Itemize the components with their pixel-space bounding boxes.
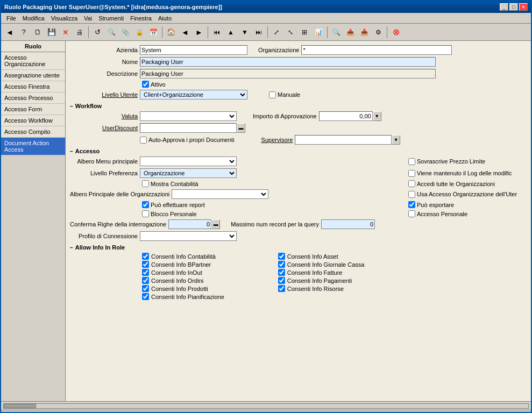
prev-rec-button[interactable]: ▲ [224,26,237,39]
info-pianificazione-label: Consenti Info Pianificazione [151,294,224,300]
minimize-button[interactable]: _ [500,3,508,11]
prev-button[interactable]: ◄ [179,26,191,39]
viene-mantenuto-checkbox[interactable] [408,170,415,177]
save-button[interactable]: 💾 [45,26,58,39]
conferma-righe-input[interactable] [168,219,211,229]
puo-esportare-checkbox[interactable] [408,201,415,208]
menu-finestra[interactable]: Finestra [127,15,155,22]
puo-report-checkbox[interactable] [142,201,149,208]
user-discount-btn[interactable]: ▬ [237,123,245,133]
menu-file[interactable]: File [3,15,19,22]
attach-button[interactable]: 📎 [119,26,132,39]
supervisore-btn[interactable]: ▼ [392,135,400,145]
conferma-righe-btn[interactable]: ▬ [211,219,220,229]
blocco-personale-checkbox[interactable] [142,210,149,217]
attivo-checkbox[interactable] [142,81,149,88]
importo-btn[interactable]: ▼ [373,111,381,121]
sidebar-item-accesso-compito[interactable]: Accesso Compito [1,126,65,138]
chart-button[interactable]: 📊 [312,26,325,39]
lock-button[interactable]: 🔒 [133,26,146,39]
info-prodotti-checkbox[interactable] [142,285,149,292]
accesso-personale-checkbox[interactable] [408,210,415,217]
refresh-button[interactable]: ↺ [91,26,104,39]
albero-menu-select[interactable] [140,156,237,166]
info-risorse-checkbox[interactable] [278,285,285,292]
workflow-toggle[interactable]: − [70,103,73,109]
next-button[interactable]: ► [193,26,205,39]
massimo-num-input[interactable] [321,219,375,229]
nome-label: Nome [70,59,140,65]
close-button[interactable]: ✕ [519,3,528,11]
calendar-button[interactable]: 📅 [147,26,160,39]
livello-preferenza-row: Livello Preferenza Organizzazione Viene … [70,168,527,178]
export-button[interactable]: 📤 [344,26,357,39]
importo-input[interactable] [319,111,373,121]
livello-preferenza-select[interactable]: Organizzazione [140,168,237,178]
import-button[interactable]: 📥 [358,26,371,39]
info-inout-row: Consenti Info InOut [142,269,224,276]
info-asset-checkbox[interactable] [278,253,285,260]
info-inout-checkbox[interactable] [142,269,149,276]
supervisore-input[interactable] [295,135,392,145]
usa-accesso-checkbox[interactable] [408,191,415,198]
info-contabilita-checkbox[interactable] [142,253,149,260]
info-bpartner-checkbox[interactable] [142,261,149,268]
menu-strumenti[interactable]: Strumenti [95,15,127,22]
help-button[interactable]: ? [17,26,30,39]
info-ordini-row: Consenti Info Ordini [142,277,224,284]
last-button[interactable]: ⏭ [252,26,265,39]
sidebar-item-accesso-organizzazione[interactable]: Accesso Organizzazione [1,52,65,70]
profilo-connessione-select[interactable] [140,231,237,241]
menu-aiuto[interactable]: Aiuto [155,15,175,22]
home-button[interactable]: 🏠 [165,26,178,39]
sovrascrive-checkbox[interactable] [408,158,415,165]
azienda-input[interactable]: System [140,45,247,55]
sidebar-item-document-action-access[interactable]: Document Action Access [1,138,65,155]
stop-button[interactable]: ⊗ [389,26,402,39]
find-button[interactable]: 🔍 [105,26,118,39]
first-button[interactable]: ⏮ [210,26,223,39]
next-rec-button[interactable]: ▼ [238,26,251,39]
allow-info-toggle[interactable]: − [70,245,73,251]
accedi-tutte-checkbox[interactable] [408,180,415,187]
nome-input[interactable] [140,57,436,67]
grid-button[interactable]: ⊞ [298,26,311,39]
info-asset-row: Consenti Info Asset [278,253,365,260]
delete-button[interactable]: ✕ [59,26,72,39]
scrollbar-thumb-h[interactable] [4,404,36,408]
back-button[interactable]: ◄ [3,26,16,39]
menu-visualizza[interactable]: Visualizza [48,15,81,22]
livello-utente-select[interactable]: Client+Organizzazione [140,90,247,99]
menu-modifica[interactable]: Modifica [19,15,48,22]
menu-vai[interactable]: Vai [81,15,95,22]
info-ordini-checkbox[interactable] [142,277,149,284]
workflow-btn[interactable]: ⚙ [372,26,385,39]
expand-button[interactable]: ⤢ [270,26,283,39]
auto-approva-checkbox[interactable] [140,137,147,144]
sidebar-item-accesso-processo[interactable]: Accesso Processo [1,92,65,104]
zoom-button[interactable]: 🔍 [330,26,343,39]
sidebar-item-accesso-workflow[interactable]: Accesso Workflow [1,115,65,126]
print-button[interactable]: 🖨 [73,26,86,39]
new-button[interactable]: 🗋 [31,26,44,39]
accesso-toggle[interactable]: − [70,148,73,154]
mostra-contabilita-checkbox[interactable] [142,180,149,187]
sidebar-item-accesso-finestra[interactable]: Accesso Finestra [1,81,65,92]
sidebar-item-accesso-form[interactable]: Accesso Form [1,104,65,115]
organizzazione-input[interactable]: * [301,45,452,55]
info-pagamenti-checkbox[interactable] [278,277,285,284]
horizontal-scrollbar[interactable] [1,401,531,410]
manuale-checkbox[interactable] [269,91,276,98]
viene-mantenuto-group: Viene mantenuto il Log delle modific [408,170,527,177]
info-giornale-checkbox[interactable] [278,261,285,268]
maximize-button[interactable]: □ [509,3,518,11]
sidebar-item-assegnazione-utente[interactable]: Assegnazione utente [1,70,65,81]
descrizione-input[interactable] [140,69,436,79]
info-contabilita-row: Consenti Info Contabilità [142,253,224,260]
info-fatture-checkbox[interactable] [278,269,285,276]
albero-principale-select[interactable] [172,189,268,199]
info-pianificazione-checkbox[interactable] [142,293,149,300]
user-discount-input[interactable] [140,123,237,133]
valuta-select[interactable] [140,111,237,121]
collapse-button[interactable]: ⤡ [284,26,297,39]
